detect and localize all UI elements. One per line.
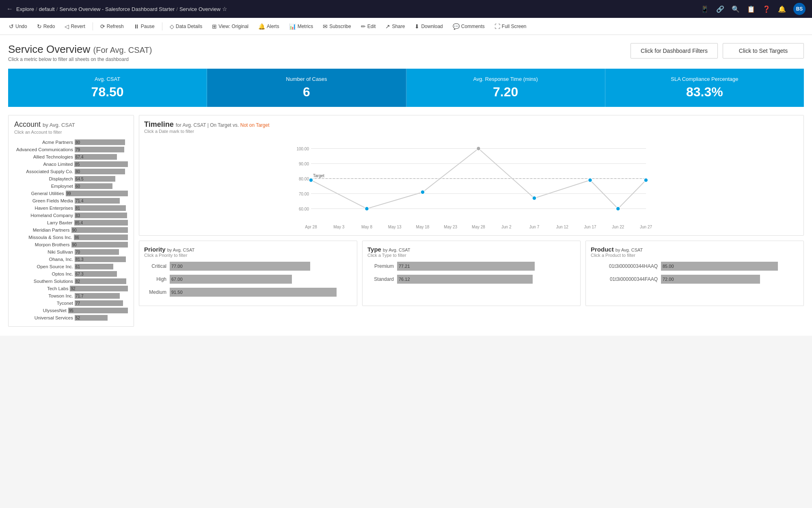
refresh-button[interactable]: ⟳ Refresh bbox=[96, 22, 128, 31]
back-button[interactable]: ← bbox=[6, 5, 13, 13]
svg-text:100.00: 100.00 bbox=[296, 147, 309, 151]
type-bars: Premium 77.21 Standard 76.12 bbox=[367, 262, 575, 284]
account-row[interactable]: Meridian Partners 90 bbox=[9, 226, 134, 234]
horiz-bar bbox=[661, 262, 778, 271]
breadcrumb-default[interactable]: default bbox=[39, 6, 55, 12]
priority-bars: Critical 77.00 High 67.00 Medium 91.50 bbox=[144, 262, 352, 297]
account-bar bbox=[71, 227, 128, 233]
account-row[interactable]: Anaco Limited 85 bbox=[9, 161, 134, 168]
svg-point-27 bbox=[421, 190, 425, 194]
bar-label: Premium bbox=[367, 263, 394, 269]
breadcrumb-explore[interactable]: Explore bbox=[16, 6, 34, 12]
account-row[interactable]: Advanced Communications 79 bbox=[9, 146, 134, 153]
revert-icon: ◁ bbox=[65, 23, 69, 30]
data-details-button[interactable]: ◇ Data Details bbox=[166, 22, 206, 31]
account-row[interactable]: Missoula & Sons Inc. 86 bbox=[9, 234, 134, 241]
account-row[interactable]: Open Source Inc. 61 bbox=[9, 263, 134, 270]
toolbar: ↺ Undo ↻ Redo ◁ Revert ⟳ Refresh ⏸ Pause… bbox=[0, 18, 812, 35]
account-row[interactable]: Niki Sullivan 70 bbox=[9, 248, 134, 256]
account-list: Acme Partners 80 Advanced Communications… bbox=[9, 139, 134, 321]
account-value: 77 bbox=[76, 301, 80, 306]
mobile-icon[interactable]: 📱 bbox=[701, 5, 709, 13]
bell-icon[interactable]: 🔔 bbox=[778, 5, 786, 13]
account-row[interactable]: Tyconet 77 bbox=[9, 300, 134, 307]
redo-button[interactable]: ↻ Redo bbox=[33, 22, 59, 31]
subscribe-button[interactable]: ✉ Subscribe bbox=[319, 22, 355, 31]
account-row[interactable]: General Utilities 99 bbox=[9, 190, 134, 197]
account-bar-container: 80 bbox=[75, 169, 128, 174]
account-name: Universal Services bbox=[14, 315, 73, 320]
revert-button[interactable]: ◁ Revert bbox=[60, 22, 89, 31]
account-bar-container: 71.4 bbox=[75, 198, 128, 204]
share-button[interactable]: ↗ Share bbox=[381, 22, 409, 31]
account-row[interactable]: Haven Enterprises 81 bbox=[9, 204, 134, 212]
kpi-label: SLA Compliance Percentage bbox=[613, 76, 796, 82]
account-value: 52 bbox=[76, 316, 80, 320]
favorite-icon[interactable]: ☆ bbox=[222, 6, 227, 12]
list-icon[interactable]: 📋 bbox=[747, 5, 755, 13]
undo-button[interactable]: ↺ Undo bbox=[5, 22, 31, 31]
account-row[interactable]: Green Fields Media 71.4 bbox=[9, 197, 134, 204]
kpi-tile-2[interactable]: Avg. Response Time (mins) 7.20 bbox=[406, 69, 605, 107]
bar-row[interactable]: Standard 76.12 bbox=[367, 275, 575, 284]
kpi-value: 7.20 bbox=[415, 85, 597, 100]
share-icon[interactable]: 🔗 bbox=[716, 5, 724, 13]
account-name: Employnet bbox=[14, 184, 73, 189]
account-value: 70 bbox=[76, 250, 80, 254]
account-row[interactable]: Tech Labs 92 bbox=[9, 285, 134, 292]
account-row[interactable]: Homeland Company 83 bbox=[9, 212, 134, 219]
set-targets-button[interactable]: Click to Set Targets bbox=[723, 43, 804, 59]
bar-row[interactable]: 01t3i000000344HAAQ 85.00 bbox=[591, 262, 799, 271]
comments-button[interactable]: 💬 Comments bbox=[449, 22, 489, 31]
edit-button[interactable]: ✏ Edit bbox=[357, 22, 380, 31]
account-row[interactable]: Towson Inc. 71.7 bbox=[9, 292, 134, 300]
timeline-chart[interactable]: 60.0070.0080.0090.00100.00TargetApr 28Ma… bbox=[144, 137, 799, 230]
account-row[interactable]: UlyssesNet 95 bbox=[9, 307, 134, 314]
account-row[interactable]: Optos Inc. 67.3 bbox=[9, 270, 134, 278]
account-bar-container: 60 bbox=[75, 183, 128, 189]
kpi-tile-0[interactable]: Avg. CSAT 78.50 bbox=[8, 69, 207, 107]
account-row[interactable]: Displaytech 64.5 bbox=[9, 175, 134, 182]
bar-row[interactable]: Medium 91.50 bbox=[144, 288, 352, 297]
account-row[interactable]: Employnet 60 bbox=[9, 182, 134, 190]
product-panel: Product by Avg. CSAT Click a Product to … bbox=[585, 241, 804, 306]
account-row[interactable]: Ohana, Inc. 81.3 bbox=[9, 256, 134, 263]
alerts-button[interactable]: 🔔 Alerts bbox=[254, 22, 283, 31]
account-row[interactable]: Larry Baxter 85.4 bbox=[9, 219, 134, 226]
breadcrumb-dashboard[interactable]: Service Overview - Salesforce Dashboard … bbox=[59, 6, 175, 12]
account-row[interactable]: Southern Solutions 82 bbox=[9, 278, 134, 285]
account-row[interactable]: Universal Services 52 bbox=[9, 314, 134, 321]
account-row[interactable]: Associated Supply Co. 80 bbox=[9, 168, 134, 175]
horiz-bar bbox=[170, 262, 310, 271]
dashboard-area: Account by Avg. CSAT Click an Account to… bbox=[8, 115, 804, 332]
fullscreen-button[interactable]: ⛶ Full Screen bbox=[490, 22, 531, 31]
kpi-tile-3[interactable]: SLA Compliance Percentage 83.3% bbox=[605, 69, 804, 107]
view-original-button[interactable]: ⊞ View: Original bbox=[208, 22, 253, 31]
kpi-tile-1[interactable]: Number of Cases 6 bbox=[207, 69, 406, 107]
avatar[interactable]: BS bbox=[793, 3, 806, 15]
account-row[interactable]: Allied Technologies 67.4 bbox=[9, 153, 134, 161]
account-bar-container: 77 bbox=[75, 300, 128, 306]
account-row[interactable]: Acme Partners 80 bbox=[9, 139, 134, 146]
account-value: 85 bbox=[75, 162, 80, 167]
account-bar-container: 95 bbox=[68, 308, 128, 313]
search-icon[interactable]: 🔍 bbox=[732, 5, 740, 13]
metrics-button[interactable]: 📊 Metrics bbox=[285, 22, 317, 31]
bar-row[interactable]: Critical 77.00 bbox=[144, 262, 352, 271]
redo-icon: ↻ bbox=[37, 23, 42, 30]
svg-point-30 bbox=[588, 178, 592, 182]
pause-button[interactable]: ⏸ Pause bbox=[130, 22, 159, 31]
bar-row[interactable]: Premium 77.21 bbox=[367, 262, 575, 271]
account-name: Missoula & Sons Inc. bbox=[14, 235, 72, 240]
bar-row[interactable]: 01t3i000000344FAAQ 72.00 bbox=[591, 275, 799, 284]
account-row[interactable]: Morpon Brothers 90 bbox=[9, 241, 134, 248]
account-name: Larry Baxter bbox=[14, 220, 73, 225]
download-button[interactable]: ⬇ Download bbox=[410, 22, 447, 31]
account-bar-container: 90 bbox=[71, 242, 128, 247]
bar-value: 77.00 bbox=[171, 264, 183, 269]
account-value: 81.3 bbox=[76, 257, 83, 262]
dashboard-filters-button[interactable]: Click for Dashboard Filters bbox=[631, 43, 718, 59]
breadcrumb-current[interactable]: Service Overview bbox=[179, 6, 220, 12]
help-icon[interactable]: ❓ bbox=[762, 5, 771, 13]
bar-row[interactable]: High 67.00 bbox=[144, 275, 352, 284]
